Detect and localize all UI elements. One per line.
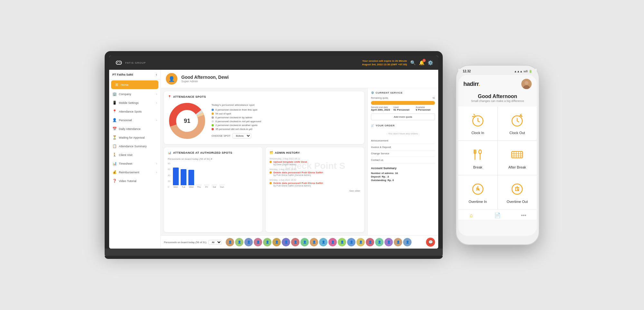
history-dot xyxy=(270,161,272,163)
sidebar-item-client[interactable]: 🚶 Client Visit xyxy=(109,150,160,159)
sidebar: PT Fatiha Sakti ‹ ⊞ Home 🏢 Company xyxy=(109,70,161,249)
nav-right: Your session will expire in 26 Minute Au… xyxy=(362,59,433,66)
home-nav-icon: ⌂ xyxy=(470,213,473,218)
sidebar-label-attendance-spots: Attendance Spots xyxy=(119,110,142,113)
page-content: 👤 Good Afternoon, Dewi Super Admin 📍 xyxy=(161,70,438,249)
bar-chart-area: Mon Tue We xyxy=(172,162,226,188)
sidebar-item-daily[interactable]: 📅 Daily Attendance xyxy=(109,124,160,133)
avatar-mini: 👤 xyxy=(366,238,374,246)
clock-out-button[interactable]: Clock Out xyxy=(498,106,537,141)
bar-wed: Wed xyxy=(188,170,194,188)
contact-link[interactable]: Contact us xyxy=(371,157,435,163)
overtime-in-icon xyxy=(470,181,486,197)
avatar: 👤 xyxy=(166,73,177,85)
bar-mon: Mon xyxy=(173,168,179,188)
donut-chart: 91 xyxy=(168,102,206,140)
add-quota-button[interactable]: Add more quota xyxy=(371,114,435,120)
phone: 12.32 ▲▲▲ wifi 🔋 hadirr. xyxy=(456,65,539,245)
break-button[interactable]: Break xyxy=(458,141,497,175)
sidebar-item-timesheet[interactable]: 📊 Timesheet › xyxy=(109,159,160,168)
phone-nav-more[interactable]: ••• xyxy=(511,212,537,218)
phone-user-avatar[interactable] xyxy=(521,79,532,89)
settings-icon[interactable]: ⚙️ xyxy=(428,60,433,65)
waiting-icon: ⏳ xyxy=(112,135,117,140)
avatar-mini: 👤 xyxy=(235,238,243,246)
legend-item: 0 personnel clocked-in not yet approved xyxy=(212,120,261,123)
overtime-in-button[interactable]: Overtime In xyxy=(458,175,497,209)
personnel-icon: 👤 xyxy=(112,118,117,122)
sidebar-item-company[interactable]: 🏢 Company › xyxy=(109,90,160,98)
personnel-label: Personnels on board today (56 of 91) xyxy=(164,241,206,244)
phone-greeting: Good Afternoon Small changes can make a … xyxy=(458,92,537,106)
sidebar-item-summary[interactable]: 📋 Attendance Summary xyxy=(109,142,160,150)
bar-sun: Sun xyxy=(219,185,225,188)
svg-point-1 xyxy=(119,62,120,63)
sidebar-item-attendance-spots[interactable]: 📍 Attendance Spots xyxy=(109,107,160,116)
more-nav-icon: ••• xyxy=(521,213,526,218)
attendance-spots-card: 📍 ATTENDANCE SPOTS xyxy=(164,91,364,144)
sidebar-item-waiting[interactable]: ⏳ Waiting for Approval xyxy=(109,133,160,142)
chevron-down-icon-3: › xyxy=(156,119,157,122)
change-service-link[interactable]: Change Service xyxy=(371,150,435,157)
history-dot xyxy=(270,182,272,184)
sidebar-label-reimbursement: Reimbursement xyxy=(119,171,139,174)
avatar-mini: 👤 xyxy=(394,238,402,246)
home-icon: ⊞ xyxy=(114,83,119,87)
sidebar-label-waiting: Waiting for Approval xyxy=(119,136,145,139)
announcement-link[interactable]: Announcement xyxy=(371,138,435,144)
phone-status-bar: 12.32 ▲▲▲ wifi 🔋 xyxy=(458,69,537,75)
personnel-filter-select[interactable]: All xyxy=(208,240,222,245)
chevron-down-icon-5: › xyxy=(156,171,157,174)
avatar-mini: 👤 xyxy=(328,238,337,246)
avatar-mini: 👤 xyxy=(226,238,234,246)
logo-text: FATIS GROUP xyxy=(125,61,146,64)
chevron-down-icon-4: › xyxy=(156,162,157,165)
see-older-link[interactable]: See older xyxy=(270,189,360,192)
sidebar-collapse-btn[interactable]: ‹ xyxy=(156,72,157,77)
top-nav: FATIS GROUP Your session will expire in … xyxy=(109,56,438,70)
clock-in-button[interactable]: Clock In xyxy=(458,106,497,141)
admins-row: Number of admins: 16 xyxy=(371,172,435,175)
bar-day-label: Sat xyxy=(213,186,216,188)
location-icon: 📍 xyxy=(112,109,117,114)
overtime-out-button[interactable]: Overtime Out xyxy=(498,175,537,209)
signal-icon: ▲▲▲ xyxy=(514,70,523,73)
sidebar-item-personnel[interactable]: 👤 Personnel › xyxy=(109,116,160,124)
history-action-title: Delete data personnel/ Putri Elena Safit… xyxy=(273,171,323,174)
sidebar-item-reimbursement[interactable]: 💰 Reimbursement › xyxy=(109,168,160,177)
bar-thu: Thu xyxy=(196,185,202,188)
admin-history-title: 🗂️ ADMIN HISTORY xyxy=(270,151,360,154)
bar-value xyxy=(212,185,217,185)
avatar-mini: 👤 xyxy=(272,238,281,246)
personnel-board-label[interactable]: Personnels on board today (56 of 91) ▾ xyxy=(168,158,259,160)
overtime-out-icon xyxy=(509,181,525,197)
bar-sat: Sat xyxy=(212,185,217,188)
notification-icon[interactable]: 🔔 1 xyxy=(419,60,424,65)
sidebar-item-home[interactable]: ⊞ Home xyxy=(111,80,158,89)
search-icon[interactable]: 🔍 xyxy=(410,60,416,65)
spot-select[interactable]: Bolivia xyxy=(232,133,251,139)
wifi-icon: wifi xyxy=(524,70,528,73)
sidebar-item-mobile[interactable]: 📱 Mobile Settings › xyxy=(109,98,160,107)
sidebar-label-mobile: Mobile Settings xyxy=(119,101,139,105)
service-icon: ⚙️ xyxy=(371,91,374,94)
page-header: 👤 Good Afternoon, Dewi Super Admin xyxy=(161,70,438,88)
chevron-down-icon-2: › xyxy=(156,101,157,105)
attendance-spots-title: 📍 ATTENDANCE SPOTS xyxy=(168,95,360,98)
after-break-button[interactable]: After Break xyxy=(498,141,537,175)
notification-badge: 1 xyxy=(422,59,426,62)
invoice-link[interactable]: Invoice & Deposit xyxy=(371,144,435,150)
notification-button[interactable]: 💬 xyxy=(426,238,435,247)
bar-chart-card: 📊 ATTENDANCE AT AUTHORIZED SPOTS Personn… xyxy=(164,147,262,232)
break-label: Break xyxy=(473,165,482,169)
history-by: by Putri Elena Safitri (General Admin) xyxy=(273,185,323,187)
account-summary: Account Summary Number of admins: 16 Dep… xyxy=(371,167,435,182)
history-by: by Putri Elena Safitri (General Admin) xyxy=(273,174,323,176)
sidebar-item-video[interactable]: ❓ Video Tutorial xyxy=(109,177,160,185)
hadirr-logo: hadirr. xyxy=(463,81,480,87)
bar-value xyxy=(173,168,179,185)
history-action-title: Delete data personnel/ Putri Elena Safit… xyxy=(273,182,323,185)
phone-nav-home[interactable]: ⌂ xyxy=(458,212,484,218)
avatar-mini: 👤 xyxy=(263,238,271,246)
phone-nav-report[interactable]: 📄 xyxy=(484,212,510,218)
